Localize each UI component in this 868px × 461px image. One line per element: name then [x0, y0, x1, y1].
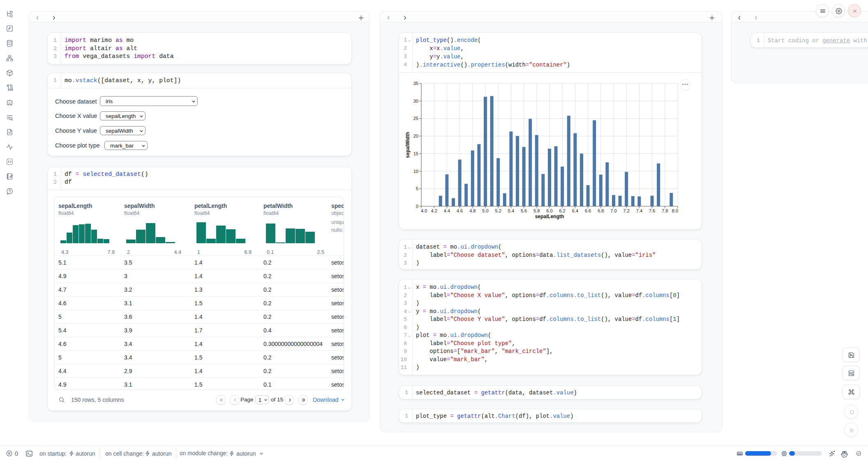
svg-text:4.0: 4.0	[421, 208, 427, 213]
svg-text:6.0: 6.0	[546, 208, 552, 213]
svg-text:sepalWidth: sepalWidth	[405, 132, 411, 158]
svg-text:5.8: 5.8	[533, 208, 540, 213]
svg-text:0: 0	[416, 204, 418, 209]
svg-text:7.2: 7.2	[623, 208, 630, 213]
svg-text:4.4: 4.4	[444, 208, 450, 213]
svg-text:7.8: 7.8	[662, 208, 668, 213]
svg-text:5.4: 5.4	[508, 208, 514, 213]
svg-text:8.0: 8.0	[672, 208, 678, 213]
svg-text:10: 10	[413, 169, 418, 174]
svg-text:7.0: 7.0	[610, 208, 616, 213]
svg-text:35: 35	[413, 81, 418, 86]
svg-text:30: 30	[413, 99, 418, 104]
svg-text:4.8: 4.8	[469, 208, 476, 213]
svg-text:7.6: 7.6	[649, 208, 655, 213]
svg-text:6.2: 6.2	[559, 208, 566, 213]
svg-text:4.2: 4.2	[431, 208, 437, 213]
svg-text:6.8: 6.8	[598, 208, 604, 213]
svg-text:6.4: 6.4	[572, 208, 578, 213]
svg-text:15: 15	[413, 151, 418, 156]
svg-text:5.0: 5.0	[482, 208, 488, 213]
svg-text:4.6: 4.6	[457, 208, 463, 213]
svg-text:5.6: 5.6	[521, 208, 527, 213]
svg-text:5.2: 5.2	[495, 208, 501, 213]
svg-text:20: 20	[413, 134, 418, 138]
svg-text:6.6: 6.6	[585, 208, 591, 213]
svg-text:7.4: 7.4	[636, 208, 642, 213]
svg-text:25: 25	[413, 116, 418, 121]
svg-text:sepalLength: sepalLength	[535, 214, 564, 219]
svg-text:5: 5	[416, 186, 418, 191]
